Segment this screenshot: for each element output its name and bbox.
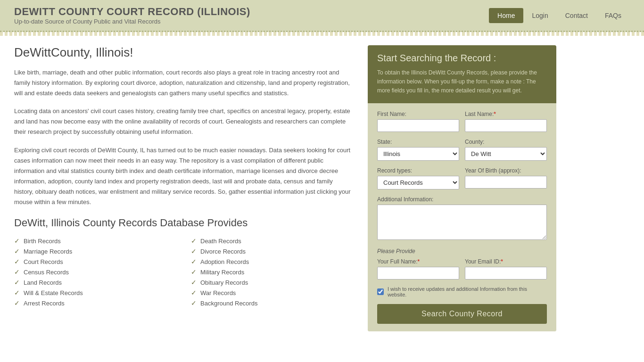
newsletter-checkbox-row: I wish to receive updates and additional… xyxy=(377,286,547,297)
additional-info-label: Additional Information: xyxy=(377,196,547,203)
list-item: ✓Background Records xyxy=(191,298,354,308)
list-item: ✓War Records xyxy=(191,288,354,298)
check-icon: ✓ xyxy=(14,258,20,265)
form-header: Start Searching the Record : To obtain t… xyxy=(368,45,556,103)
record-label: Census Records xyxy=(24,269,69,276)
record-type-select[interactable]: Court Records Birth Records Marriage Rec… xyxy=(377,176,459,189)
form-description: To obtain the Illinois DeWitt County Rec… xyxy=(377,68,547,96)
first-name-group: First Name: xyxy=(377,111,459,132)
record-year-row: Record types: Court Records Birth Record… xyxy=(377,167,547,189)
county-label: County: xyxy=(465,139,547,145)
list-item: ✓Adoption Records xyxy=(191,256,354,267)
check-icon: ✓ xyxy=(191,289,197,296)
check-icon: ✓ xyxy=(14,279,20,286)
year-birth-label: Year Of Birth (approx): xyxy=(465,167,547,174)
record-label: Adoption Records xyxy=(200,258,249,265)
check-icon: ✓ xyxy=(14,237,20,245)
list-item: ✓Will & Estate Records xyxy=(14,288,177,298)
check-icon: ✓ xyxy=(191,247,197,255)
dot-strip xyxy=(0,32,644,36)
year-birth-group: Year Of Birth (approx): xyxy=(465,167,547,189)
state-select[interactable]: Illinois Alabama Alaska Arizona xyxy=(377,147,459,161)
contact-row: Your Full Name:* Your Email ID:* xyxy=(377,258,547,280)
list-item: ✓Divorce Records xyxy=(191,246,354,256)
newsletter-checkbox[interactable] xyxy=(377,288,384,295)
last-name-label: Last Name:* xyxy=(465,111,547,117)
name-row: First Name: Last Name:* xyxy=(377,111,547,132)
paragraph-2: Locating data on ancestors' civil court … xyxy=(14,106,354,137)
form-title: Start Searching the Record : xyxy=(377,53,547,64)
right-sidebar: Start Searching the Record : To obtain t… xyxy=(368,45,556,331)
list-item: ✓Birth Records xyxy=(14,236,177,246)
check-icon: ✓ xyxy=(191,268,197,276)
full-name-input[interactable] xyxy=(377,267,459,280)
nav-contact[interactable]: Contact xyxy=(557,8,596,23)
list-item: ✓Military Records xyxy=(191,267,354,277)
record-label: Arrest Records xyxy=(24,300,65,307)
section-heading: DeWitt, Illinois County Records Database… xyxy=(14,217,354,229)
list-item: ✓Death Records xyxy=(191,236,354,246)
first-name-input[interactable] xyxy=(377,119,459,132)
full-name-label: Your Full Name:* xyxy=(377,258,459,265)
check-icon: ✓ xyxy=(191,279,197,286)
check-icon: ✓ xyxy=(191,237,197,245)
page-heading: DeWittCounty, Illinois! xyxy=(14,45,354,60)
check-icon: ✓ xyxy=(191,258,197,265)
record-label: War Records xyxy=(200,289,236,296)
newsletter-label: I wish to receive updates and additional… xyxy=(388,286,547,297)
nav-login[interactable]: Login xyxy=(523,8,556,23)
check-icon: ✓ xyxy=(14,299,20,307)
email-input[interactable] xyxy=(465,267,547,280)
records-grid: ✓Birth Records✓Marriage Records✓Court Re… xyxy=(14,236,354,308)
nav-home[interactable]: Home xyxy=(489,8,523,23)
county-group: County: De Witt Cook Lake DuPage xyxy=(465,139,547,161)
list-item: ✓Obituary Records xyxy=(191,277,354,288)
main-container: DeWittCounty, Illinois! Like birth, marr… xyxy=(0,36,644,341)
nav-faqs[interactable]: FAQs xyxy=(596,8,630,23)
main-nav: Home Login Contact FAQs xyxy=(489,8,630,23)
list-item: ✓Land Records xyxy=(14,277,177,288)
full-name-group: Your Full Name:* xyxy=(377,258,459,280)
record-type-label: Record types: xyxy=(377,167,459,174)
check-icon: ✓ xyxy=(14,268,20,276)
record-label: Background Records xyxy=(200,300,257,307)
record-label: Land Records xyxy=(24,279,62,286)
search-form-panel: Start Searching the Record : To obtain t… xyxy=(368,45,556,331)
list-item: ✓Marriage Records xyxy=(14,246,177,256)
last-name-input[interactable] xyxy=(465,119,547,132)
search-county-record-button[interactable]: Search County Record xyxy=(377,304,547,324)
last-name-group: Last Name:* xyxy=(465,111,547,132)
site-subtitle: Up-to-date Source of County Public and V… xyxy=(14,18,250,25)
state-group: State: Illinois Alabama Alaska Arizona xyxy=(377,139,459,161)
first-name-label: First Name: xyxy=(377,111,459,117)
paragraph-1: Like birth, marriage, death and other pu… xyxy=(14,67,354,99)
state-county-row: State: Illinois Alabama Alaska Arizona C… xyxy=(377,139,547,161)
list-item: ✓Court Records xyxy=(14,256,177,267)
record-label: Divorce Records xyxy=(200,248,246,255)
check-icon: ✓ xyxy=(14,247,20,255)
check-icon: ✓ xyxy=(191,299,197,307)
paragraph-3: Exploring civil court records of DeWitt … xyxy=(14,145,354,208)
record-label: Birth Records xyxy=(24,238,61,245)
form-body: First Name: Last Name:* State: xyxy=(368,103,556,331)
record-label: Military Records xyxy=(200,269,244,276)
record-label: Court Records xyxy=(24,258,63,265)
list-item: ✓Arrest Records xyxy=(14,298,177,308)
record-type-group: Record types: Court Records Birth Record… xyxy=(377,167,459,189)
site-header: DEWITT COUNTY COURT RECORD (ILLINOIS) Up… xyxy=(0,0,644,32)
record-label: Marriage Records xyxy=(24,248,72,255)
email-group: Your Email ID:* xyxy=(465,258,547,280)
additional-info-textarea[interactable] xyxy=(377,205,547,240)
record-label: Obituary Records xyxy=(200,279,248,286)
check-icon: ✓ xyxy=(14,289,20,296)
record-label: Death Records xyxy=(200,238,241,245)
record-label: Will & Estate Records xyxy=(24,289,83,296)
list-item: ✓Census Records xyxy=(14,267,177,277)
state-label: State: xyxy=(377,139,459,145)
site-title: DEWITT COUNTY COURT RECORD (ILLINOIS) xyxy=(14,6,250,18)
please-provide-label: Please Provide xyxy=(377,248,547,255)
additional-info-group: Additional Information: xyxy=(377,196,547,241)
county-select[interactable]: De Witt Cook Lake DuPage xyxy=(465,147,547,161)
year-birth-input[interactable] xyxy=(465,176,547,189)
records-left-col: ✓Birth Records✓Marriage Records✓Court Re… xyxy=(14,236,177,308)
